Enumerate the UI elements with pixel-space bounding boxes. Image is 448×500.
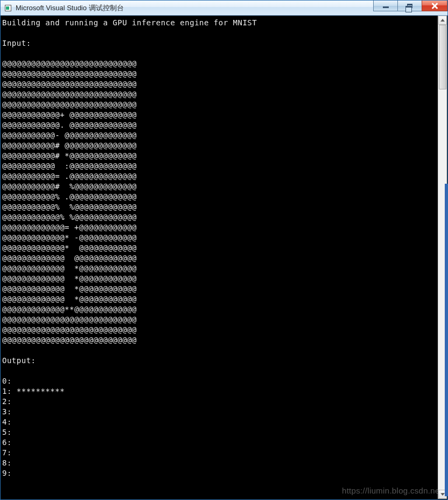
maximize-button[interactable]: [397, 1, 422, 11]
minimize-button[interactable]: [373, 1, 398, 11]
window-controls: [374, 1, 447, 11]
close-button[interactable]: [422, 1, 447, 11]
window-border-accent: [445, 184, 447, 496]
scrollbar-thumb[interactable]: [439, 25, 446, 89]
console-window: Microsoft Visual Studio 调试控制台 Building a…: [0, 0, 448, 500]
app-icon: [4, 4, 12, 12]
client-area: Building and running a GPU inference eng…: [1, 16, 447, 499]
scroll-up-button[interactable]: [438, 16, 447, 25]
window-title: Microsoft Visual Studio 调试控制台: [16, 3, 124, 13]
titlebar[interactable]: Microsoft Visual Studio 调试控制台: [1, 1, 447, 16]
console-output[interactable]: Building and running a GPU inference eng…: [1, 16, 438, 499]
